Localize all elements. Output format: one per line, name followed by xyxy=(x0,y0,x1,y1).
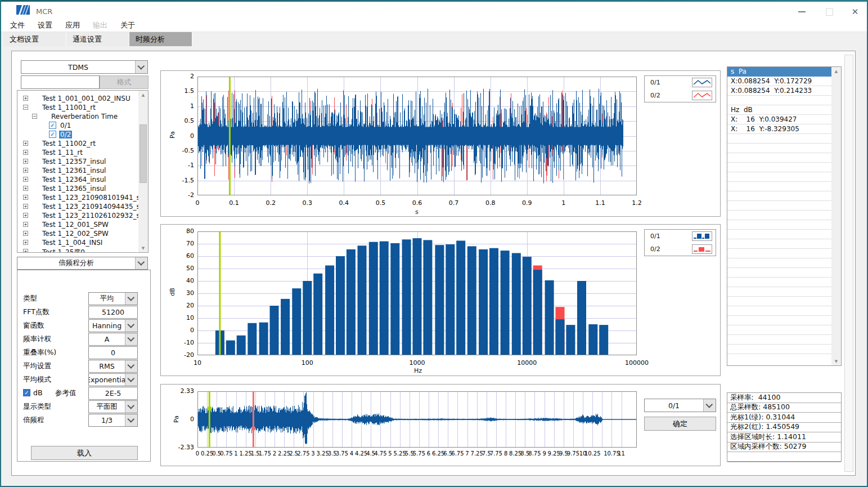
tree-row[interactable]: +Test 1_12_002_SPW xyxy=(17,229,138,238)
tree-item-label[interactable]: Test 1_11002_rt xyxy=(41,140,97,148)
readout-row-empty[interactable] xyxy=(727,278,831,287)
channel-select[interactable]: 0/1 xyxy=(644,399,716,412)
tree-item-label[interactable]: Test 1_12357_insul xyxy=(41,158,107,166)
readout-row-empty[interactable] xyxy=(727,163,831,172)
scroll-thumb[interactable] xyxy=(140,124,147,183)
tree-expander-icon[interactable]: + xyxy=(23,222,28,227)
readout-row-empty[interactable] xyxy=(727,191,831,201)
tree-item-label[interactable]: Test 1_12361_insul xyxy=(41,167,107,175)
tree-item-label[interactable]: Test 1_001_001_002_INSU xyxy=(41,95,132,102)
filter-input[interactable] xyxy=(21,75,100,89)
tree-expander-icon[interactable]: + xyxy=(23,150,28,155)
readout-row[interactable]: s Pa xyxy=(727,67,831,77)
time-waveform-plot[interactable] xyxy=(197,77,637,198)
tree-item-label[interactable]: Test 1_123_210914094435_spw xyxy=(41,203,149,211)
tree-checkbox[interactable]: ✓ xyxy=(49,122,56,129)
readout-row-empty[interactable] xyxy=(727,316,831,325)
tab-2[interactable]: 通道设置 xyxy=(66,32,129,46)
readout-row-empty[interactable] xyxy=(727,153,831,163)
tree-row[interactable]: +Test 1_123_211026102932_spw xyxy=(17,211,138,220)
readout-row[interactable]: X: 16 Y:-8.329305 xyxy=(727,124,831,134)
readout-row-empty[interactable] xyxy=(727,201,831,211)
tree-item-label[interactable]: Test 1_11001_rt xyxy=(41,104,97,111)
tree-expander-icon[interactable]: + xyxy=(23,195,28,200)
form-input-5[interactable]: 0 xyxy=(88,346,138,359)
readout-row-empty[interactable] xyxy=(727,249,831,258)
tree-scrollbar[interactable]: ▲▼ xyxy=(138,91,148,252)
tab-3[interactable]: 时频分析 xyxy=(129,32,192,46)
tree-expander-icon[interactable]: + xyxy=(23,159,28,164)
minimize-button[interactable] xyxy=(792,6,811,17)
overview-waveform-plot[interactable] xyxy=(197,391,637,450)
tree-row[interactable]: +Test 1_123_210908101941_spw xyxy=(17,193,138,202)
tree-item-label[interactable]: Test 1_12364_insul xyxy=(41,176,107,184)
readout-row-empty[interactable] xyxy=(727,287,831,297)
tree-row[interactable]: +Test 1_11_rt xyxy=(17,148,138,157)
tree-item-label[interactable]: 0/2 xyxy=(59,131,72,138)
tree-item-label[interactable]: Test 1_1_004_INSI xyxy=(41,239,104,247)
tree-row[interactable]: +Test 1_1_004_INSI xyxy=(17,238,138,247)
tree-row[interactable]: −Reverberation Time xyxy=(17,112,138,121)
tree-expander-icon[interactable]: + xyxy=(23,204,28,209)
readout-row-empty[interactable] xyxy=(727,335,831,345)
form-select-7[interactable]: Exponential xyxy=(88,373,138,386)
tree-item-label[interactable]: Test 1_123_211026102932_spw xyxy=(41,212,149,220)
tree-row[interactable]: +Test 1_001_001_002_INSU xyxy=(17,94,138,103)
tree-item-label[interactable]: Test 1_11_rt xyxy=(41,149,84,157)
tree-row[interactable]: +Test 1_11002_rt xyxy=(17,139,138,148)
readout-row-empty[interactable] xyxy=(727,144,831,153)
tree-expander-icon[interactable]: + xyxy=(23,213,28,218)
readout-row[interactable]: X:0.088254 Y:0.172729 xyxy=(727,77,831,86)
tree-row[interactable]: +Test 1_25度0 xyxy=(17,247,138,253)
load-button[interactable]: 载入 xyxy=(31,446,138,460)
readout-row[interactable]: X: 16 Y:0.039427 xyxy=(727,115,831,124)
readout-row-empty[interactable] xyxy=(727,239,831,249)
form-select-4[interactable]: A xyxy=(88,333,138,346)
tree-expander-icon[interactable]: + xyxy=(23,141,28,146)
readout-row-empty[interactable] xyxy=(727,345,831,354)
readout-row-empty[interactable] xyxy=(727,297,831,306)
tree-expander-icon[interactable]: + xyxy=(23,186,28,191)
menu-item-2[interactable]: 设置 xyxy=(38,20,52,30)
readout-scrollbar[interactable]: ▲▼ xyxy=(831,67,841,365)
tree-item-label[interactable]: Test 1_12_001_SPW xyxy=(41,221,110,229)
close-button[interactable]: ✕ xyxy=(845,6,865,17)
readout-row-empty[interactable] xyxy=(727,96,831,105)
tree-item-label[interactable]: 0/1 xyxy=(59,122,72,129)
confirm-button[interactable]: 确定 xyxy=(644,417,716,431)
tree-row[interactable]: ✓0/1 xyxy=(17,121,138,130)
scroll-up-icon[interactable]: ▲ xyxy=(832,67,840,75)
tree-row[interactable]: −Test 1_11001_rt xyxy=(17,103,138,112)
scroll-down-icon[interactable]: ▼ xyxy=(139,244,147,252)
content-scrollbar-track[interactable] xyxy=(844,55,853,472)
readout-row-empty[interactable] xyxy=(727,268,831,278)
tree-expander-icon[interactable]: + xyxy=(23,240,28,245)
form-select-1[interactable]: 平均 xyxy=(88,292,138,305)
tree-expander-icon[interactable]: + xyxy=(23,168,28,173)
readout-row[interactable]: X:0.088254 Y:0.214233 xyxy=(727,86,831,96)
db-checkbox[interactable]: ✓ xyxy=(23,389,30,396)
tree-row[interactable]: +Test 1_12364_insul xyxy=(17,175,138,184)
tree-expander-icon[interactable]: + xyxy=(23,249,28,253)
tree-expander-icon[interactable]: − xyxy=(32,114,37,119)
readout-row-empty[interactable] xyxy=(727,211,831,220)
tree-row[interactable]: +Test 1_123_210914094435_spw xyxy=(17,202,138,211)
tree-item-label[interactable]: Test 1_25度0 xyxy=(41,248,86,253)
tab-1[interactable]: 文档设置 xyxy=(3,32,66,46)
tree-expander-icon[interactable]: − xyxy=(23,105,28,110)
tree-expander-icon[interactable]: + xyxy=(23,231,28,236)
readout-row-empty[interactable] xyxy=(727,220,831,230)
tree-row[interactable]: +Test 1_12357_insul xyxy=(17,157,138,166)
tree-row[interactable]: +Test 1_12361_insul xyxy=(17,166,138,175)
form-select-3[interactable]: Hanning xyxy=(88,319,138,332)
scroll-up-icon[interactable]: ▲ xyxy=(139,91,147,99)
scroll-down-icon[interactable]: ▼ xyxy=(832,357,840,365)
tree-item-label[interactable]: Reverberation Time xyxy=(50,113,119,120)
tree-item-label[interactable]: Test 1_123_210908101941_spw xyxy=(41,194,149,202)
readout-row-empty[interactable] xyxy=(727,172,831,182)
form-input-8[interactable]: 2E-5 xyxy=(88,387,138,400)
tree-item-label[interactable]: Test 1_12_002_SPW xyxy=(41,230,110,238)
tree-expander-icon[interactable]: + xyxy=(23,96,28,101)
form-select-6[interactable]: RMS xyxy=(88,360,138,373)
menu-item-1[interactable]: 文件 xyxy=(10,20,25,30)
